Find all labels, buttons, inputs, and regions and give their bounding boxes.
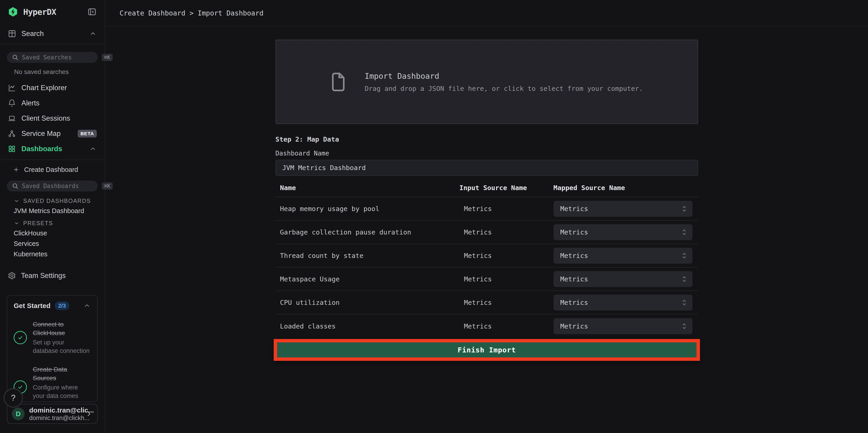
- select-chevrons-icon: [681, 299, 687, 306]
- mapped-source-select[interactable]: Metrics: [554, 248, 692, 264]
- sidebar-item-dashboards[interactable]: Dashboards: [0, 141, 104, 156]
- sidebar-item-team-settings[interactable]: Team Settings: [0, 266, 104, 285]
- annotation-highlight-box: Finish Import: [274, 339, 700, 361]
- sidebar-item-alerts[interactable]: Alerts: [0, 95, 104, 111]
- search-section-icon: [8, 29, 17, 38]
- collapse-sidebar-icon[interactable]: [87, 7, 97, 17]
- chevron-up-icon: [89, 145, 97, 153]
- preset-link-label: Kubernetes: [14, 250, 48, 258]
- mapped-source-select[interactable]: Metrics: [554, 201, 692, 217]
- help-button[interactable]: ?: [4, 389, 23, 407]
- chevron-up-icon: [83, 302, 91, 310]
- selected-value: Metrics: [560, 205, 681, 213]
- search-section-header[interactable]: Search: [0, 24, 104, 44]
- sidebar-item-chart-explorer[interactable]: Chart Explorer: [0, 80, 104, 95]
- table-row: Loaded classes Metrics Metrics: [276, 314, 698, 338]
- select-chevrons-icon: [681, 252, 687, 259]
- select-chevrons-icon: [681, 275, 687, 283]
- saved-dashboards-box[interactable]: ⌘K: [7, 181, 98, 191]
- get-started-title: Get Started: [14, 302, 51, 310]
- saved-searches-input[interactable]: [22, 54, 99, 61]
- get-started-item-sources[interactable]: Create Data Sources Configure where your…: [14, 365, 91, 402]
- row-input-source: Metrics: [460, 275, 554, 283]
- saved-dashboards-caption[interactable]: SAVED DASHBOARDS: [0, 196, 104, 206]
- sidebar-preset-services[interactable]: Services: [0, 238, 104, 249]
- avatar: D: [12, 407, 25, 420]
- search-icon: [12, 183, 19, 189]
- sidebar-preset-clickhouse[interactable]: ClickHouse: [0, 228, 104, 238]
- create-dashboard-button[interactable]: Create Dashboard: [0, 160, 104, 179]
- get-started-item-title: Create Data Sources: [33, 365, 91, 382]
- selected-value: Metrics: [560, 299, 681, 306]
- get-started-item-connect[interactable]: Connect to ClickHouse Set up your databa…: [14, 320, 91, 355]
- sidebar: HyperDX Search: [0, 0, 105, 433]
- sidebar-item-label: Alerts: [22, 99, 39, 107]
- selected-value: Metrics: [560, 252, 681, 259]
- check-circle-icon: [14, 331, 27, 344]
- chevron-down-icon: [14, 198, 20, 204]
- dashboards-section: Create Dashboard ⌘K SAVED DASHBOARDS JVM…: [0, 160, 104, 259]
- select-chevrons-icon: [681, 228, 687, 236]
- logo-row: HyperDX: [0, 0, 104, 24]
- saved-searches-box[interactable]: ⌘K: [7, 52, 98, 63]
- bell-icon: [8, 99, 16, 107]
- sidebar-item-label: Dashboards: [22, 145, 62, 153]
- row-name: CPU utilization: [276, 299, 460, 306]
- topbar: Create Dashboard > Import Dashboard: [105, 0, 868, 26]
- sidebar-preset-kubernetes[interactable]: Kubernetes: [0, 249, 104, 259]
- preset-link-label: Services: [14, 240, 39, 247]
- file-dropzone[interactable]: Import Dashboard Drag and drop a JSON fi…: [276, 40, 698, 124]
- dropzone-title: Import Dashboard: [365, 71, 643, 81]
- search-icon: [12, 54, 19, 61]
- saved-dashboards-input[interactable]: [22, 183, 99, 189]
- row-name: Heap memory usage by pool: [276, 205, 460, 213]
- user-email: dominic.tran@clickh...: [29, 414, 81, 422]
- table-row: Thread count by state Metrics Metrics: [276, 244, 698, 268]
- caption-label: SAVED DASHBOARDS: [23, 197, 91, 204]
- step-label: Step 2: Map Data: [276, 135, 698, 143]
- main-area: Create Dashboard > Import Dashboard Impo…: [105, 0, 868, 433]
- dashboards-grid-icon: [8, 145, 16, 153]
- get-started-progress-badge: 2/3: [55, 302, 69, 310]
- row-name: Metaspace Usage: [276, 275, 460, 283]
- hyperdx-logo-icon: [8, 7, 18, 17]
- mapped-source-select[interactable]: Metrics: [554, 318, 692, 334]
- caption-label: PRESETS: [23, 220, 53, 226]
- presets-caption[interactable]: PRESETS: [0, 218, 104, 228]
- get-started-item-title: Connect to ClickHouse: [33, 320, 91, 337]
- mapped-source-select[interactable]: Metrics: [554, 224, 692, 240]
- row-name: Garbage collection pause duration: [276, 228, 460, 236]
- table-row: CPU utilization Metrics Metrics: [276, 291, 698, 314]
- table-row: Garbage collection pause duration Metric…: [276, 221, 698, 244]
- dashboard-name-input[interactable]: [276, 160, 698, 176]
- breadcrumb-create-dashboard[interactable]: Create Dashboard: [120, 9, 185, 17]
- search-section-label: Search: [22, 30, 84, 38]
- dashboard-link-label: JVM Metrics Dashboard: [14, 207, 84, 215]
- row-name: Thread count by state: [276, 252, 460, 259]
- finish-import-button[interactable]: Finish Import: [277, 342, 696, 358]
- team-settings-label: Team Settings: [21, 272, 66, 280]
- get-started-header[interactable]: Get Started 2/3: [14, 302, 91, 310]
- column-header-name: Name: [276, 184, 460, 192]
- sidebar-item-service-map[interactable]: Service Map BETA: [0, 126, 104, 141]
- chevron-right-icon: [85, 410, 93, 418]
- user-name: dominic.tran@clic...: [29, 406, 81, 414]
- sidebar-item-client-sessions[interactable]: Client Sessions: [0, 111, 104, 126]
- column-header-input-source: Input Source Name: [460, 184, 554, 192]
- selected-value: Metrics: [560, 275, 681, 283]
- mapped-source-select[interactable]: Metrics: [554, 295, 692, 311]
- chevron-up-icon: [89, 30, 97, 37]
- sidebar-item-label: Chart Explorer: [22, 84, 67, 92]
- column-header-mapped-source: Mapped Source Name: [554, 184, 698, 192]
- sidebar-item-label: Client Sessions: [22, 114, 70, 122]
- select-chevrons-icon: [681, 205, 687, 213]
- mapped-source-select[interactable]: Metrics: [554, 271, 692, 287]
- breadcrumb-import-dashboard: Import Dashboard: [198, 9, 264, 17]
- mapping-table: Name Input Source Name Mapped Source Nam…: [276, 184, 698, 338]
- chart-explorer-icon: [8, 84, 16, 92]
- breadcrumb-separator: >: [189, 9, 193, 17]
- selected-value: Metrics: [560, 228, 681, 236]
- laptop-icon: [8, 114, 16, 122]
- user-account-chip[interactable]: D dominic.tran@clic... dominic.tran@clic…: [7, 404, 98, 424]
- sidebar-dashboard-jvm-metrics[interactable]: JVM Metrics Dashboard: [0, 206, 104, 216]
